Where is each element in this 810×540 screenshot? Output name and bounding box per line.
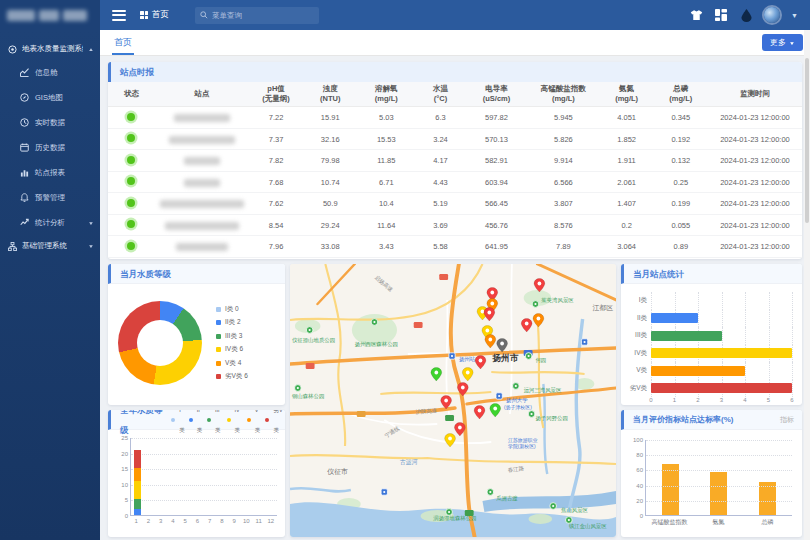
content: 站点时报 状态站点pH值(无量纲)浊度(NTU)溶解氧(mg/L)水温(°C)电… — [100, 57, 810, 540]
hbar-bar[interactable] — [651, 313, 698, 323]
compliance-bar-chart[interactable]: 020406080100 — [645, 440, 792, 516]
hbar-bar[interactable] — [651, 331, 722, 341]
gridline — [646, 501, 792, 502]
station-hbar-chart[interactable]: I类II类III类IV类V类劣V类 — [621, 284, 802, 397]
breadcrumb[interactable]: 首页 — [140, 9, 169, 21]
cell-value: 5.826 — [527, 128, 599, 150]
legend-item[interactable]: V类 4 — [216, 359, 248, 368]
hbar-bar[interactable] — [651, 383, 792, 393]
rate-bar[interactable] — [759, 482, 776, 515]
col-header: 监测时间 — [708, 82, 802, 107]
topbar: 首页 ▼ — [0, 0, 810, 30]
cell-value: 29.24 — [303, 214, 357, 236]
map-label: 何园 — [535, 357, 546, 364]
station-map[interactable]: 扬州市江都区仪征市扬州西区森林公园仪征捺山地质公园铜山森林公园何园运河三湾风景区… — [290, 264, 616, 537]
cell-value: 15.53 — [357, 128, 415, 150]
cell-value: 7.62 — [249, 193, 303, 215]
legend-item[interactable]: II类 — [189, 410, 203, 440]
legend-item[interactable]: III类 3 — [216, 332, 248, 341]
table-row[interactable]: 7.6810.746.714.43603.946.5662.0610.25202… — [108, 171, 802, 193]
search-input[interactable] — [212, 11, 314, 20]
hbar-row: III类 — [627, 327, 792, 345]
legend-item[interactable]: III类 — [207, 410, 223, 440]
water-drop-icon[interactable] — [739, 8, 753, 22]
x-tick-label: 6 — [191, 518, 203, 524]
gridline — [745, 292, 746, 310]
user-menu-caret-icon[interactable]: ▼ — [791, 12, 798, 19]
user-avatar[interactable] — [764, 7, 780, 23]
gridline — [769, 310, 770, 328]
cell-value: 9.914 — [527, 150, 599, 172]
legend-item[interactable]: II类 2 — [216, 318, 248, 327]
legend-item[interactable]: 劣V类 6 — [216, 372, 248, 381]
grade-donut-chart[interactable] — [118, 301, 202, 385]
scrollbar-thumb[interactable] — [805, 58, 809, 223]
map-canvas[interactable]: 扬州市江都区仪征市扬州西区森林公园仪征捺山地质公园铜山森林公园何园运河三湾风景区… — [290, 264, 616, 537]
cell-value: 3.807 — [527, 193, 599, 215]
sidebar-section-1[interactable]: 基础管理系统▼ — [0, 235, 100, 257]
cell-value: 1.852 — [600, 128, 654, 150]
theme-shirt-icon[interactable] — [689, 8, 703, 22]
base-system-icon — [8, 242, 17, 251]
sidebar-toggle-icon[interactable] — [112, 10, 126, 21]
sidebar-section-0[interactable]: 地表水质量监测系统▲ — [0, 38, 100, 60]
table-row[interactable]: 7.6250.910.45.19566.453.8071.4070.199202… — [108, 193, 802, 215]
legend-item[interactable]: IV类 6 — [216, 345, 248, 354]
legend-item[interactable]: V类 — [247, 410, 262, 440]
hbar-track — [651, 345, 792, 363]
pin-dot — [444, 399, 448, 403]
sidebar-item-实时数据[interactable]: 实时数据 — [0, 110, 100, 135]
legend-item[interactable]: I类 — [171, 410, 185, 440]
cell-value: 4.051 — [600, 107, 654, 129]
cell-value: 79.98 — [303, 150, 357, 172]
status-dot — [127, 220, 135, 228]
table-row[interactable]: 7.8279.9811.854.17582.919.9141.9110.1322… — [108, 150, 802, 172]
table-row[interactable]: 7.2215.915.036.3597.825.9454.0510.345202… — [108, 107, 802, 129]
sidebar-item-统计分析[interactable]: 统计分析▼ — [0, 210, 100, 235]
sidebar-item-label: GIS地图 — [35, 93, 63, 103]
hbar-bar[interactable] — [651, 366, 745, 376]
stacked-bar[interactable] — [134, 450, 141, 516]
sidebar-item-历史数据[interactable]: 历史数据 — [0, 135, 100, 160]
menu-search[interactable] — [195, 7, 319, 24]
rate-bar[interactable] — [662, 464, 679, 515]
cell-value: 6.3 — [415, 107, 466, 129]
cell-value: 2024-01-23 12:00:00 — [708, 107, 802, 129]
stats-analysis-icon — [20, 218, 29, 227]
layout-dashboard-icon[interactable] — [714, 8, 728, 22]
sidebar-item-站点报表[interactable]: 站点报表 — [0, 160, 100, 185]
transit-poi-dot — [383, 491, 385, 493]
rate-bar[interactable] — [710, 472, 727, 515]
hbar-bar[interactable] — [651, 348, 792, 358]
table-row[interactable]: 7.3732.1615.533.24570.135.8261.8520.1922… — [108, 128, 802, 150]
more-button-label: 更多 — [770, 37, 786, 48]
table-row[interactable]: 7.9633.083.435.58641.957.893.0640.892024… — [108, 236, 802, 258]
map-label: 仪征市 — [327, 468, 348, 476]
col-header: 水温(°C) — [415, 82, 466, 107]
sidebar-item-预警管理[interactable]: 预警管理 — [0, 185, 100, 210]
hbar-row: II类 — [627, 310, 792, 328]
tab-home[interactable]: 首页 — [112, 31, 134, 55]
map-label: 扬州西区森林公园 — [355, 341, 398, 348]
map-island — [529, 514, 553, 524]
x-tick-label: 0 — [649, 397, 652, 403]
cell-value: 6.71 — [357, 171, 415, 193]
sidebar-item-信息舱[interactable]: 信息舱 — [0, 60, 100, 85]
indicator-selector[interactable]: 指标 — [780, 410, 794, 430]
caret-up-icon: ▲ — [88, 47, 94, 52]
cell-value: 32.16 — [303, 128, 357, 150]
table-row[interactable]: 8.5429.2411.643.69456.768.5760.20.055202… — [108, 214, 802, 236]
more-button[interactable]: 更多▼ — [762, 34, 803, 51]
legend-item[interactable]: 劣V类 — [265, 410, 285, 440]
cell-value: 2024-01-23 12:00:00 — [708, 193, 802, 215]
annual-legend: I类II类III类IV类V类劣V类 — [171, 410, 285, 440]
page-scrollbar[interactable] — [804, 30, 810, 540]
sidebar-item-GIS地图[interactable]: GIS地图 — [0, 85, 100, 110]
legend-item[interactable]: IV类 — [227, 410, 243, 440]
legend-item[interactable]: I类 0 — [216, 305, 248, 314]
annual-stacked-bar-chart[interactable]: 0510152025 — [130, 438, 277, 516]
scenic-poi-dot — [373, 321, 375, 323]
hbar-track — [651, 362, 792, 380]
cell-value: 566.45 — [466, 193, 527, 215]
annual-grade-panel: 全年水质等级 I类II类III类IV类V类劣V类 0510152025 1234… — [108, 410, 285, 537]
